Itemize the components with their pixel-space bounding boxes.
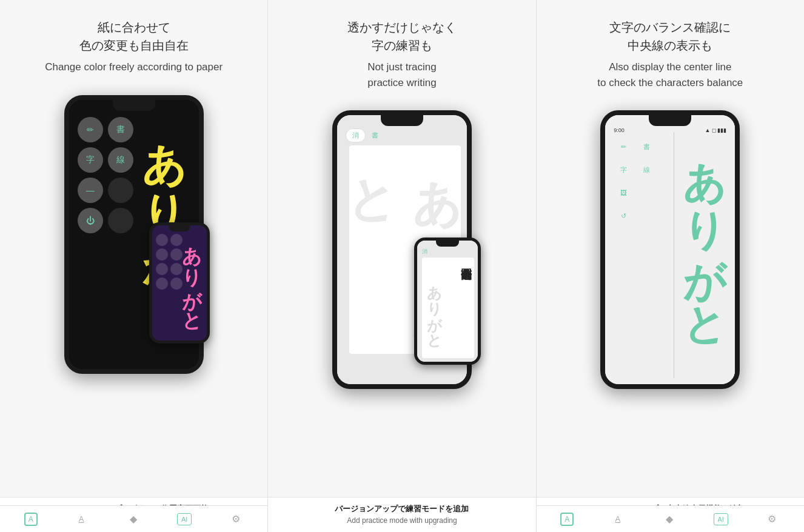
panel1-small-phone: ありがと — [149, 222, 210, 344]
panel-1: 紙に合わせて色の変更も自由自在 Change color freely acco… — [0, 0, 268, 532]
panel3-main-text: ありがと — [684, 132, 726, 326]
sp2-guide: ありがと — [424, 275, 444, 341]
p3-btn-empty2 — [637, 206, 656, 225]
panel1-title-en: Change color freely according to paper — [45, 59, 223, 75]
panel3-center-line — [674, 132, 674, 378]
btn-power[interactable]: ⏻ — [78, 208, 103, 233]
panel3-main-phone: 9:00 ▲ ◻ ▮▮▮ ✏ 書 字 線 🖼 ↺ — [600, 110, 740, 389]
sb2 — [170, 234, 183, 246]
small-notch — [169, 225, 190, 231]
sp2-text-area: ありがと 金壱萬圓 — [422, 258, 474, 358]
tab3-icon-3[interactable]: ◆ — [662, 511, 677, 527]
panel2-phone-wrapper: 消 書 ありがと 消 ありがと — [280, 107, 523, 520]
panel2-bottom-info: バージョンアップで練習モードを追加 Add practice mode with… — [268, 497, 535, 532]
panel2-small-phone: 消 ありがと 金壱萬圓 — [414, 238, 481, 365]
sb6 — [170, 263, 183, 275]
sp2-content: 消 ありがと 金壱萬圓 — [417, 241, 478, 362]
btn-minus[interactable]: — — [78, 178, 103, 203]
p3-btn-line[interactable]: 線 — [637, 160, 656, 179]
panel3-phone-frame: 9:00 ▲ ◻ ▮▮▮ ✏ 書 字 線 🖼 ↺ — [600, 110, 740, 389]
btn-write[interactable]: 書 — [108, 117, 133, 142]
btn-empty — [108, 178, 133, 203]
tab-icon-5[interactable]: ⚙ — [228, 511, 244, 527]
panel3-title-en: Also display the center lineto check the… — [597, 59, 743, 90]
sb8 — [170, 278, 183, 290]
p3-btn-pencil[interactable]: ✏ — [614, 137, 633, 156]
notch2 — [381, 115, 423, 126]
p3-btn-char[interactable]: 字 — [614, 160, 633, 179]
btn-pencil[interactable]: ✏ — [78, 117, 103, 142]
panel3-tab-bar: A A ◆ AI ⚙ — [537, 505, 804, 532]
btn-write2[interactable]: 書 — [372, 131, 378, 140]
notch3 — [649, 115, 691, 126]
tab-icon-2[interactable]: A — [73, 511, 89, 527]
tab3-icon-5[interactable]: ⚙ — [764, 511, 780, 527]
btn-empty2 — [108, 208, 133, 233]
btn-char[interactable]: 字 — [78, 147, 103, 173]
panel2-bottom-jp: バージョンアップで練習モードを追加 — [278, 504, 526, 514]
panel1-main-phone: ✏ 書 字 線 — ⏻ ありがと — [64, 95, 204, 374]
panel3-phone-wrapper: 9:00 ▲ ◻ ▮▮▮ ✏ 書 字 線 🖼 ↺ — [549, 107, 792, 520]
small-phone-text: ありがと — [183, 233, 202, 322]
small-phone-content: ありがと — [152, 225, 207, 341]
panel1-tab-bar: A A ◆ AI ⚙ — [0, 505, 267, 532]
panel3-buttons-grid: ✏ 書 字 線 🖼 ↺ — [614, 137, 656, 225]
btn-line[interactable]: 線 — [108, 147, 133, 173]
panel2-top-bar: 消 書 — [346, 128, 378, 142]
panel-3: 文字のバランス確認に中央線の表示も Also display the cente… — [537, 0, 804, 532]
panel2-title-en: Not just tracingpractice writing — [367, 59, 436, 90]
sb5 — [156, 263, 168, 275]
panel2-bottom-en: Add practice mode with upgrading — [278, 516, 526, 525]
sp2-top-label: 消 — [422, 248, 427, 256]
small-notch2 — [436, 241, 459, 247]
tab-icon-3[interactable]: ◆ — [126, 511, 141, 527]
btn-erase[interactable]: 消 — [346, 128, 366, 142]
tab3-icon-1[interactable]: A — [560, 513, 574, 526]
status-time: 9:00 — [614, 127, 625, 133]
panel3-title-jp: 文字のバランス確認に中央線の表示も — [609, 18, 731, 55]
sb1 — [156, 234, 168, 246]
p3-btn-empty — [637, 183, 656, 202]
sb4 — [170, 248, 183, 261]
tab-icon-4[interactable]: AI — [177, 513, 192, 525]
panel1-phone-wrapper: ✏ 書 字 線 — ⏻ ありがと — [12, 92, 255, 520]
notch — [113, 100, 155, 111]
sb7 — [156, 278, 168, 290]
tab-icon-1[interactable]: A — [24, 513, 38, 526]
panel2-main-phone: 消 書 ありがと 消 ありがと — [332, 110, 472, 389]
tab3-icon-2[interactable]: A — [610, 511, 626, 527]
p3-btn-refresh[interactable]: ↺ — [614, 206, 633, 225]
small-buttons-grid — [156, 234, 183, 290]
panel-2: 透かすだけじゃなく字の練習も Not just tracingpractice … — [268, 0, 536, 532]
panel3-screen: 9:00 ▲ ◻ ▮▮▮ ✏ 書 字 線 🖼 ↺ — [605, 115, 735, 384]
p3-btn-image[interactable]: 🖼 — [614, 183, 633, 202]
panel2-title-jp: 透かすだけじゃなく字の練習も — [347, 18, 457, 55]
sb3 — [156, 248, 168, 261]
tab3-icon-4[interactable]: AI — [714, 513, 728, 525]
p3-btn-write[interactable]: 書 — [637, 137, 656, 156]
panel1-buttons-grid: ✏ 書 字 線 — ⏻ — [78, 117, 133, 233]
panel1-title-jp: 紙に合わせて色の変更も自由自在 — [79, 18, 189, 55]
